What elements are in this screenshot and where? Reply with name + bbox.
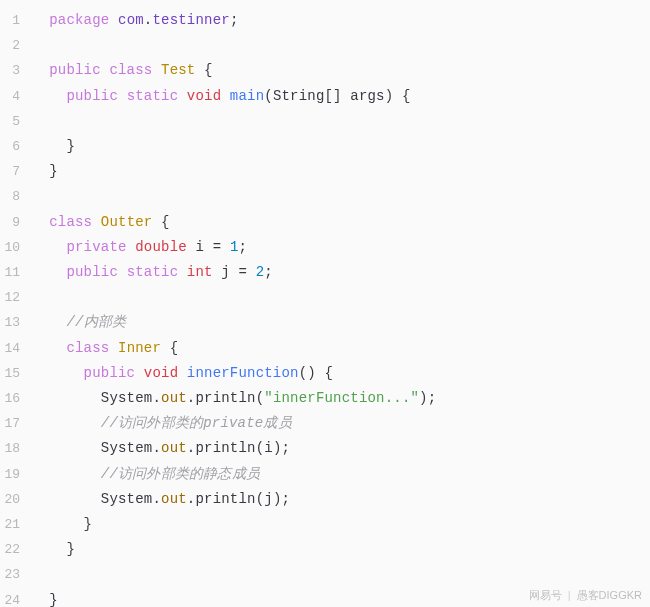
code-content: }: [32, 512, 92, 537]
line-number: 10: [0, 235, 32, 260]
line-number: 13: [0, 310, 32, 335]
line-number: 7: [0, 159, 32, 184]
code-line: 11 public static int j = 2;: [0, 260, 650, 285]
code-line: 19 //访问外部类的静态成员: [0, 462, 650, 487]
line-number: 16: [0, 386, 32, 411]
code-line: 23: [0, 562, 650, 587]
code-content: package com.testinner;: [32, 8, 238, 33]
code-line: 5: [0, 109, 650, 134]
line-number: 6: [0, 134, 32, 159]
code-content: //访问外部类的静态成员: [32, 462, 260, 487]
code-content: class Outter {: [32, 210, 170, 235]
line-number: 8: [0, 184, 32, 209]
code-line: 9 class Outter {: [0, 210, 650, 235]
line-number: 19: [0, 462, 32, 487]
line-number: 5: [0, 109, 32, 134]
code-content: System.out.println(j);: [32, 487, 290, 512]
code-content: public class Test {: [32, 58, 213, 83]
code-line: 17 //访问外部类的private成员: [0, 411, 650, 436]
code-content: private double i = 1;: [32, 235, 247, 260]
line-number: 15: [0, 361, 32, 386]
code-content: }: [32, 588, 58, 607]
line-number: 3: [0, 58, 32, 83]
code-line: 18 System.out.println(i);: [0, 436, 650, 461]
code-line: 3 public class Test {: [0, 58, 650, 83]
code-line: 15 public void innerFunction() {: [0, 361, 650, 386]
code-line: 6 }: [0, 134, 650, 159]
line-number: 22: [0, 537, 32, 562]
watermark: 网易号 | 愚客DIGGKR: [529, 588, 642, 603]
code-line: 1 package com.testinner;: [0, 8, 650, 33]
code-content: class Inner {: [32, 336, 178, 361]
line-number: 2: [0, 33, 32, 58]
watermark-right: 愚客DIGGKR: [577, 589, 642, 601]
code-line: 2: [0, 33, 650, 58]
code-content: }: [32, 537, 75, 562]
code-line: 8: [0, 184, 650, 209]
code-line: 16 System.out.println("innerFunction..."…: [0, 386, 650, 411]
line-number: 17: [0, 411, 32, 436]
code-line: 22 }: [0, 537, 650, 562]
code-content: public static void main(String[] args) {: [32, 84, 411, 109]
code-line: 10 private double i = 1;: [0, 235, 650, 260]
line-number: 11: [0, 260, 32, 285]
line-number: 14: [0, 336, 32, 361]
code-block: 1 package com.testinner;23 public class …: [0, 0, 650, 607]
code-line: 20 System.out.println(j);: [0, 487, 650, 512]
code-line: 7 }: [0, 159, 650, 184]
code-line: 14 class Inner {: [0, 336, 650, 361]
line-number: 18: [0, 436, 32, 461]
code-content: public void innerFunction() {: [32, 361, 333, 386]
line-number: 12: [0, 285, 32, 310]
code-line: 13 //内部类: [0, 310, 650, 335]
line-number: 23: [0, 562, 32, 587]
line-number: 21: [0, 512, 32, 537]
line-number: 24: [0, 588, 32, 607]
code-content: //访问外部类的private成员: [32, 411, 292, 436]
code-content: }: [32, 134, 75, 159]
line-number: 9: [0, 210, 32, 235]
watermark-left: 网易号: [529, 589, 562, 601]
code-content: public static int j = 2;: [32, 260, 273, 285]
code-line: 21 }: [0, 512, 650, 537]
watermark-sep: |: [568, 589, 571, 601]
code-line: 12: [0, 285, 650, 310]
line-number: 20: [0, 487, 32, 512]
code-line: 4 public static void main(String[] args)…: [0, 84, 650, 109]
code-content: System.out.println(i);: [32, 436, 290, 461]
line-number: 4: [0, 84, 32, 109]
code-content: }: [32, 159, 58, 184]
code-content: System.out.println("innerFunction...");: [32, 386, 436, 411]
line-number: 1: [0, 8, 32, 33]
code-content: //内部类: [32, 310, 126, 335]
